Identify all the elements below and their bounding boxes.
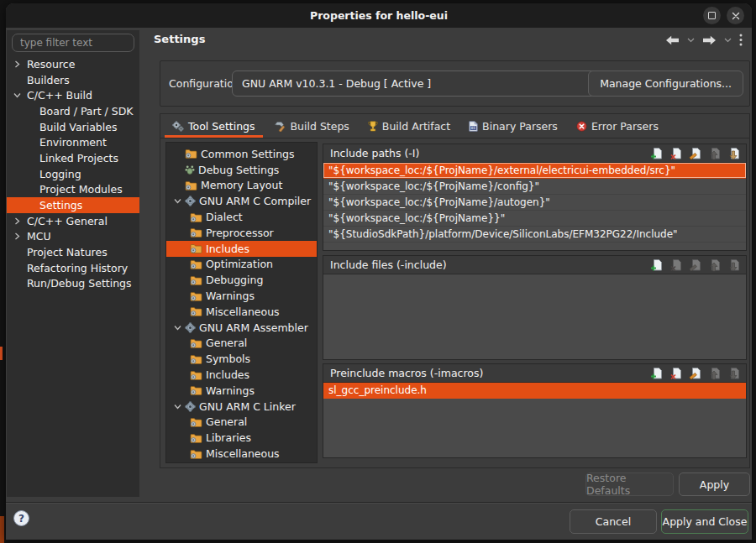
sidebar-item-label: Board / Part / SDK <box>39 105 134 117</box>
tab-build-steps[interactable]: Build Steps <box>266 114 357 138</box>
back-icon[interactable] <box>665 35 680 45</box>
move-up-icon[interactable] <box>707 258 722 272</box>
delete-icon[interactable] <box>669 367 683 380</box>
tool-item-debugging[interactable]: Debugging <box>166 272 317 288</box>
chevron-right-icon[interactable] <box>13 217 27 225</box>
view-menu-icon[interactable] <box>739 34 743 46</box>
chevron-down-icon[interactable] <box>174 403 185 410</box>
sidebar-item-settings[interactable]: Settings <box>7 197 139 213</box>
history-nav <box>665 34 743 46</box>
tool-item-linker-miscellaneous[interactable]: Miscellaneous <box>166 446 317 462</box>
list-toolbar <box>649 367 741 380</box>
filter-input[interactable] <box>12 34 134 52</box>
tool-item-preprocessor[interactable]: Preprocessor <box>166 225 317 241</box>
add-icon[interactable] <box>649 367 664 380</box>
tool-item-warnings[interactable]: Warnings <box>166 288 317 304</box>
move-up-icon[interactable] <box>707 367 722 380</box>
move-up-icon[interactable] <box>707 147 722 160</box>
move-down-icon[interactable] <box>727 367 741 380</box>
sidebar-item-builders[interactable]: Builders <box>7 72 139 88</box>
sidebar-item-project-modules[interactable]: Project Modules <box>7 182 139 198</box>
settings-folder-icon <box>190 385 202 395</box>
list-item[interactable]: "${workspace_loc:/${ProjName}/external/e… <box>323 163 746 179</box>
tool-item-gnu-arm-assembler[interactable]: GNU ARM Assembler <box>166 320 317 336</box>
tool-item-linker-libraries[interactable]: Libraries <box>166 430 317 446</box>
sidebar-item-refactoring-history[interactable]: Refactoring History <box>7 260 139 276</box>
delete-icon[interactable] <box>669 258 683 272</box>
apply-and-close-button[interactable]: Apply and Close <box>661 509 748 534</box>
chevron-right-icon[interactable] <box>13 232 27 240</box>
edit-icon[interactable] <box>688 367 702 380</box>
tool-item-dialect[interactable]: Dialect <box>166 209 317 225</box>
sidebar-item-mcu[interactable]: MCU <box>7 229 139 245</box>
question-mark-icon: ? <box>18 513 24 525</box>
configuration-select[interactable]: GNU ARM v10.3.1 - Debug [ Active ] <box>232 70 618 97</box>
preinclude-macros-list: sl_gcc_preinclude.h <box>323 383 746 457</box>
tab-binary-parsers[interactable]: 01 Binary Parsers <box>461 114 565 138</box>
tool-item-common-settings[interactable]: Common Settings <box>166 146 317 162</box>
page-title: Settings <box>154 33 205 45</box>
chevron-down-icon[interactable] <box>174 324 185 332</box>
forward-history-dropdown-icon[interactable] <box>724 38 732 43</box>
add-icon[interactable] <box>649 258 664 272</box>
tool-item-linker-general[interactable]: General <box>166 415 317 431</box>
tool-item-miscellaneous[interactable]: Miscellaneous <box>166 304 317 320</box>
tab-tool-settings[interactable]: Tool Settings <box>165 114 263 138</box>
maximize-button[interactable] <box>703 7 721 24</box>
chevron-down-icon[interactable] <box>174 197 185 205</box>
sidebar-item-logging[interactable]: Logging <box>7 166 139 182</box>
settings-folder-icon <box>190 449 202 459</box>
sidebar-item-resource[interactable]: Resource <box>7 56 139 72</box>
list-item[interactable]: "${StudioSdkPath}/platform/Device/Silico… <box>323 227 746 243</box>
sidebar-item-environment[interactable]: Environment <box>7 134 139 150</box>
chevron-down-icon[interactable] <box>13 91 27 99</box>
cancel-button[interactable]: Cancel <box>570 509 657 534</box>
restore-defaults-button[interactable]: Restore Defaults <box>585 473 674 496</box>
sidebar-item-run-debug-settings[interactable]: Run/Debug Settings <box>7 276 139 292</box>
tab-error-parsers[interactable]: Error Parsers <box>569 114 666 138</box>
add-icon[interactable] <box>649 147 664 160</box>
sidebar-item-cpp-general[interactable]: C/C++ General <box>7 213 139 229</box>
edit-icon[interactable] <box>688 147 702 160</box>
settings-folder-icon <box>190 243 202 253</box>
forward-icon[interactable] <box>702 35 717 45</box>
edit-icon[interactable] <box>688 258 702 272</box>
tool-item-asm-general[interactable]: General <box>166 336 317 352</box>
tool-item-label: GNU ARM C Compiler <box>199 195 311 207</box>
tool-item-asm-includes[interactable]: Includes <box>166 367 317 383</box>
tool-item-includes[interactable]: Includes <box>166 241 317 257</box>
tab-build-artifact[interactable]: Build Artifact <box>360 114 458 138</box>
move-down-icon[interactable] <box>727 147 741 160</box>
move-down-icon[interactable] <box>727 258 741 272</box>
close-button[interactable] <box>727 7 744 24</box>
sidebar-item-board-part-sdk[interactable]: Board / Part / SDK <box>7 103 139 119</box>
tool-item-asm-warnings[interactable]: Warnings <box>166 383 317 399</box>
back-history-dropdown-icon[interactable] <box>687 38 695 43</box>
sidebar-item-cpp-build[interactable]: C/C++ Build <box>7 87 139 103</box>
sidebar-item-project-natures[interactable]: Project Natures <box>7 244 139 260</box>
list-item[interactable]: "${workspace_loc:/${ProjName}/autogen}" <box>323 195 746 211</box>
titlebar[interactable]: Properties for hello-eui <box>6 3 752 28</box>
sidebar-item-build-variables[interactable]: Build Variables <box>7 119 139 135</box>
trophy-icon <box>368 121 378 132</box>
chevron-right-icon[interactable] <box>13 60 27 68</box>
list-item[interactable]: sl_gcc_preinclude.h <box>323 383 746 399</box>
manage-configurations-button[interactable]: Manage Configurations... <box>588 70 743 97</box>
sidebar-item-linked-projects[interactable]: Linked Projects <box>7 150 139 166</box>
bottom-separator <box>6 502 752 504</box>
tool-item-gnu-arm-c-compiler[interactable]: GNU ARM C Compiler <box>166 193 317 209</box>
list-item[interactable]: "${workspace_loc:/${ProjName}/config}" <box>323 179 746 195</box>
tool-item-memory-layout[interactable]: Memory Layout <box>166 178 317 194</box>
tool-item-asm-symbols[interactable]: Symbols <box>166 351 317 367</box>
tool-item-debug-settings[interactable]: Debug Settings <box>166 162 317 178</box>
help-button[interactable]: ? <box>13 510 29 526</box>
include-files-list <box>323 274 746 359</box>
tool-item-optimization[interactable]: Optimization <box>166 257 317 273</box>
configuration-group: Configuration: GNU ARM v10.3.1 - Debug [… <box>160 60 750 107</box>
settings-folder-icon <box>190 291 202 301</box>
apply-button[interactable]: Apply <box>679 473 750 496</box>
list-item[interactable]: "${workspace_loc:/${ProjName}}" <box>323 211 746 227</box>
settings-folder-icon <box>190 354 202 364</box>
delete-icon[interactable] <box>669 147 683 160</box>
tool-item-gnu-arm-c-linker[interactable]: GNU ARM C Linker <box>166 399 317 415</box>
